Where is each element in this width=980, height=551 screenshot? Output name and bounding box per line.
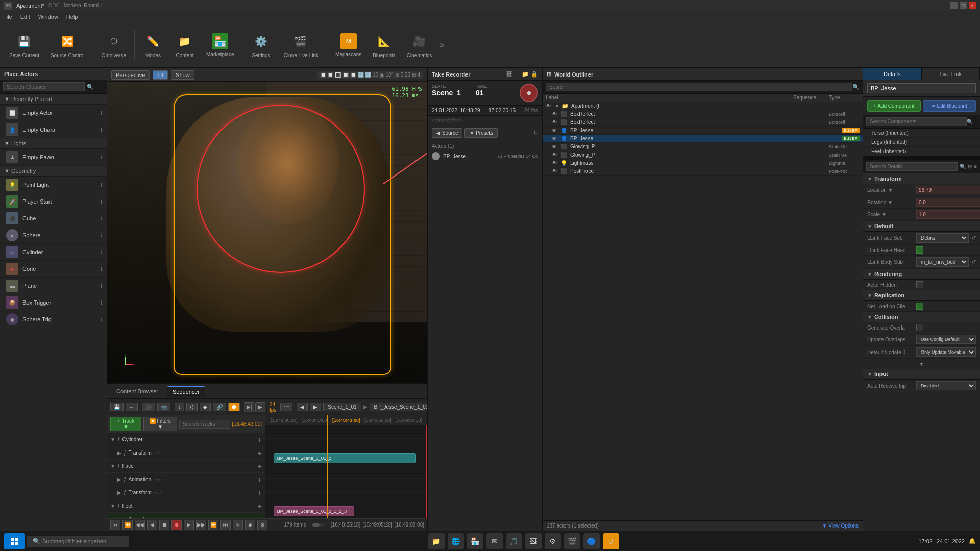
details-search-input[interactable] (866, 162, 958, 171)
seq-cam2-btn[interactable]: 📹 (157, 403, 170, 411)
actor-cylinder[interactable]: ⬭ Cylinder ℹ (0, 244, 107, 261)
transport-play-back[interactable]: ◀ (147, 520, 157, 530)
category-lights[interactable]: ▼ Lights (0, 138, 107, 149)
transport-play-btn[interactable]: ▶ (255, 402, 265, 412)
megascans-button[interactable]: M Megascans (330, 30, 366, 60)
rotation-x-input[interactable] (916, 198, 980, 207)
track-transform1-add[interactable]: + (258, 449, 262, 457)
seq-track-face[interactable]: ▼ ƒ Face + (107, 460, 265, 473)
details-name-input[interactable] (867, 83, 976, 93)
menu-file[interactable]: File (3, 14, 12, 20)
cube-info[interactable]: ℹ (101, 216, 103, 221)
source-control-button[interactable]: 🔀 Source Control (45, 29, 90, 61)
tab-live-link[interactable]: Live Link (922, 68, 981, 80)
track-animation1-add[interactable]: + (258, 475, 262, 484)
actor-box-trigger[interactable]: 📦 Box Trigger ℹ (0, 294, 107, 311)
taskbar-iclone[interactable]: 🎬 (564, 533, 580, 549)
seq-prev-frame[interactable]: ◀ (297, 403, 308, 411)
empty-actor-info[interactable]: ℹ (101, 110, 103, 116)
content-button[interactable]: 📁 Content (169, 29, 200, 61)
search-tracks-input[interactable] (179, 420, 230, 429)
section-rendering[interactable]: ▼ Rendering (863, 269, 980, 280)
seq-track-transform1[interactable]: ▶ ƒ Transform ··○·· + (107, 446, 265, 460)
cone-info[interactable]: ℹ (101, 266, 103, 272)
transport-frame-fwd[interactable]: ▶▶ (196, 520, 206, 530)
tab-sequencer[interactable]: Sequencer (167, 386, 205, 397)
gen-overlap-checkbox[interactable] (916, 324, 923, 331)
details-grid-view[interactable]: ⊞ (968, 164, 972, 169)
category-recently-placed[interactable]: ▼ Recently Placed (0, 94, 107, 105)
transport-prev-btn[interactable]: ▶| (244, 402, 254, 412)
show-button[interactable]: Show (171, 70, 194, 80)
iclone-button[interactable]: 🎬 iClone Live Link (277, 29, 324, 61)
wo-item-bpjesse1[interactable]: 👁 👤 BP_Jesse Edit BP (543, 127, 863, 135)
transport-step-fwd[interactable]: ⏩ (208, 520, 218, 530)
section-replication[interactable]: ▼ Replication (863, 290, 980, 301)
add-component-button[interactable]: + Add Component (867, 100, 921, 112)
section-default[interactable]: ▼ Default (863, 221, 980, 232)
cinematics-button[interactable]: 🎥 Cinematics (402, 29, 437, 61)
take-presets-button[interactable]: ▼ Presets (464, 128, 498, 138)
llink-body-sub-reset[interactable]: ↺ (972, 259, 976, 265)
maximize-button[interactable]: □ (960, 2, 967, 9)
take-source-button[interactable]: ◀ Source (432, 128, 462, 138)
add-track-button[interactable]: + Track ▼ (110, 417, 141, 431)
take-icon-4[interactable]: 🔒 (531, 71, 538, 78)
actor-sphere-trigger[interactable]: ◉ Sphere Trig ℹ (0, 311, 107, 328)
seq-track-animation1[interactable]: ▶ ƒ Animation ··○·· + (107, 473, 265, 486)
actor-sphere[interactable]: ● Sphere ℹ (0, 227, 107, 244)
llink-face-sub-select[interactable]: Debra (916, 233, 969, 243)
minimize-button[interactable]: ─ (950, 2, 958, 9)
close-button[interactable]: ✕ (969, 2, 976, 9)
taskbar-store[interactable]: 🏪 (467, 533, 483, 549)
actor-hidden-checkbox[interactable] (916, 281, 923, 288)
modes-button[interactable]: ✏️ Modes (138, 29, 168, 61)
timeline-scrollbar[interactable] (312, 523, 325, 527)
taskbar-media[interactable]: 🎵 (506, 533, 522, 549)
seq-back-btn[interactable]: ← (126, 403, 138, 411)
taskbar-photos[interactable]: 🖼 (525, 533, 542, 549)
lit-button[interactable]: Lit (153, 70, 168, 80)
taskbar-notification[interactable]: 🔔 (969, 538, 976, 544)
transport-play-fwd[interactable]: ▶ (184, 520, 194, 530)
track-feet-add[interactable]: + (258, 502, 262, 510)
wo-item-boxreflect1[interactable]: 👁 ⬛ BoxReflect BoxRefl (543, 110, 863, 118)
menu-edit[interactable]: Edit (20, 14, 30, 20)
section-input[interactable]: ▼ Input (863, 369, 980, 380)
point-light-info[interactable]: ℹ (101, 182, 103, 188)
seq-next-frame[interactable]: ▶ (310, 403, 321, 411)
comp-torso[interactable]: Torso (Inherited) (863, 129, 980, 138)
take-record-button[interactable]: ⏺ (520, 84, 538, 102)
clip-bp-jesse-1[interactable]: BP_Jesse_Scene_1_01_0 (274, 453, 416, 463)
location-x-input[interactable] (916, 186, 980, 194)
actor-empty-chara[interactable]: 👤 Empty Chara ℹ (0, 121, 107, 138)
blueprints-button[interactable]: 📐 Blueprints (368, 29, 400, 61)
wo-item-lightmass[interactable]: 👁 💡 Lightmass Lightma (543, 159, 863, 167)
seq-track-animation2[interactable]: ▶ ƒ Animation ··○·· + (107, 513, 265, 518)
taskbar-mail[interactable]: ✉ (486, 533, 503, 549)
transport-settings[interactable]: ⚙ (257, 520, 267, 530)
actor-player-start[interactable]: 🚀 Player Start ℹ (0, 193, 107, 210)
sequencer-timeline[interactable]: [16:48:30:00] [16:48:40:00] [16:48:43:00… (265, 415, 427, 518)
transport-keyframe[interactable]: ◆ (245, 520, 255, 530)
transport-stop[interactable]: ⏹ (159, 520, 169, 530)
seq-track-transform2[interactable]: ▶ ƒ Transform ··○·· + (107, 486, 265, 499)
transport-loop[interactable]: ↻ (233, 520, 243, 530)
actor-empty-actor[interactable]: ⬜ Empty Actor ℹ (0, 105, 107, 121)
wo-search-input[interactable] (546, 83, 852, 91)
scale-x-input[interactable] (916, 210, 980, 219)
actor-empty-pawn[interactable]: ♟ Empty Pawn ℹ (0, 149, 107, 166)
track-transform2-add[interactable]: + (258, 489, 262, 497)
seq-save-btn[interactable]: 💾 (110, 403, 124, 411)
collision-expand-icon[interactable]: ▼ (919, 361, 924, 367)
category-geometry[interactable]: ▼ Geometry (0, 166, 107, 177)
search-classes-input[interactable] (3, 82, 85, 91)
seq-cam-btn[interactable]: 🎥 (142, 403, 155, 411)
menu-help[interactable]: Help (66, 14, 78, 20)
seq-ripple-btn[interactable]: ⟨⟩ (186, 403, 198, 411)
section-transform[interactable]: ▼ Transform (863, 173, 980, 184)
actor-cube[interactable]: ⬛ Cube ℹ (0, 210, 107, 227)
taskbar-file-explorer[interactable]: 📁 (428, 533, 445, 549)
llink-body-sub-select[interactable]: m_tal_nrw_bod (916, 257, 969, 267)
taskbar-settings-app[interactable]: ⚙ (545, 533, 561, 549)
